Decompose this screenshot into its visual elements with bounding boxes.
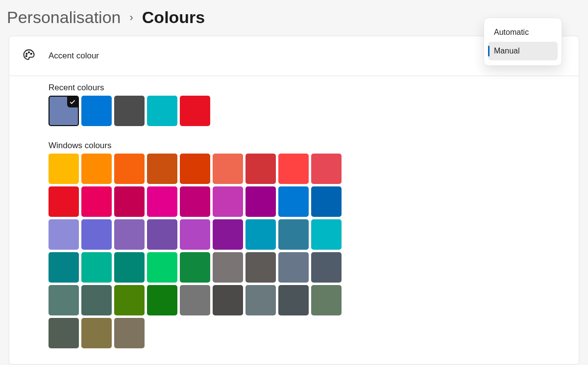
windows-colour-swatch[interactable]	[213, 252, 243, 283]
windows-colour-swatch[interactable]	[81, 154, 112, 184]
accent-content: Recent colours Windows colours	[9, 76, 579, 348]
dropdown-option-manual[interactable]: Manual	[488, 42, 558, 60]
breadcrumb-parent[interactable]: Personalisation	[7, 8, 121, 27]
windows-colour-swatch[interactable]	[278, 252, 309, 283]
windows-colour-swatch[interactable]	[278, 154, 309, 184]
accent-mode-dropdown[interactable]: Automatic Manual	[484, 18, 562, 66]
recent-colour-swatch[interactable]	[81, 96, 112, 126]
windows-colour-swatch[interactable]	[114, 318, 145, 348]
windows-colour-swatch[interactable]	[245, 285, 276, 315]
windows-colour-swatch[interactable]	[49, 285, 79, 315]
windows-colour-swatch[interactable]	[147, 285, 177, 315]
windows-colour-swatch[interactable]	[245, 252, 276, 283]
windows-colour-swatch[interactable]	[49, 252, 79, 283]
recent-colour-swatch[interactable]	[180, 96, 210, 126]
windows-colour-swatch[interactable]	[81, 186, 112, 217]
recent-colour-swatch[interactable]	[147, 96, 177, 126]
windows-colour-swatch[interactable]	[245, 186, 276, 217]
windows-colour-swatch[interactable]	[180, 252, 210, 283]
windows-colour-swatch[interactable]	[114, 252, 145, 283]
windows-colour-swatch[interactable]	[311, 219, 342, 250]
recent-colours-row	[49, 96, 352, 126]
recent-colours-label: Recent colours	[49, 83, 579, 93]
check-icon	[67, 97, 78, 107]
windows-colour-swatch[interactable]	[213, 219, 243, 250]
svg-point-0	[26, 53, 27, 54]
windows-colour-swatch[interactable]	[245, 219, 276, 250]
chevron-right-icon: ›	[129, 11, 133, 24]
windows-colour-swatch[interactable]	[147, 252, 177, 283]
windows-colour-swatch[interactable]	[311, 154, 342, 184]
recent-colour-swatch[interactable]	[49, 96, 79, 126]
windows-colour-swatch[interactable]	[81, 285, 112, 315]
svg-point-2	[31, 53, 32, 54]
accent-title: Accent colour	[49, 51, 99, 61]
windows-colour-swatch[interactable]	[147, 219, 177, 250]
windows-colour-swatch[interactable]	[180, 186, 210, 217]
windows-colour-swatch[interactable]	[213, 186, 243, 217]
windows-colour-swatch[interactable]	[213, 154, 243, 184]
windows-colour-swatch[interactable]	[147, 154, 177, 184]
recent-colour-swatch[interactable]	[114, 96, 145, 126]
windows-colour-swatch[interactable]	[49, 318, 79, 348]
windows-colour-swatch[interactable]	[213, 285, 243, 315]
breadcrumb-current: Colours	[142, 8, 205, 27]
windows-colours-grid	[49, 154, 352, 348]
windows-colour-swatch[interactable]	[114, 154, 145, 184]
accent-panel: Automatic Manual Accent colour Recent co…	[9, 36, 579, 365]
windows-colour-swatch[interactable]	[245, 154, 276, 184]
windows-colour-swatch[interactable]	[49, 186, 79, 217]
windows-colours-label: Windows colours	[49, 141, 579, 151]
windows-colour-swatch[interactable]	[49, 219, 79, 250]
svg-point-1	[28, 52, 29, 53]
dropdown-option-automatic[interactable]: Automatic	[488, 23, 558, 42]
windows-colour-swatch[interactable]	[147, 186, 177, 217]
windows-colour-swatch[interactable]	[114, 285, 145, 315]
windows-colour-swatch[interactable]	[278, 219, 309, 250]
windows-colour-swatch[interactable]	[311, 186, 342, 217]
windows-colour-swatch[interactable]	[278, 186, 309, 217]
windows-colour-swatch[interactable]	[180, 219, 210, 250]
windows-colour-swatch[interactable]	[81, 252, 112, 283]
windows-colour-swatch[interactable]	[49, 154, 79, 184]
palette-icon	[22, 48, 36, 64]
windows-colour-swatch[interactable]	[180, 154, 210, 184]
windows-colour-swatch[interactable]	[81, 318, 112, 348]
windows-colour-swatch[interactable]	[114, 186, 145, 217]
windows-colour-swatch[interactable]	[114, 219, 145, 250]
windows-colour-swatch[interactable]	[180, 285, 210, 315]
windows-colour-swatch[interactable]	[278, 285, 309, 315]
windows-colour-swatch[interactable]	[311, 285, 342, 315]
windows-colour-swatch[interactable]	[81, 219, 112, 250]
windows-colour-swatch[interactable]	[311, 252, 342, 283]
svg-point-3	[26, 55, 27, 56]
